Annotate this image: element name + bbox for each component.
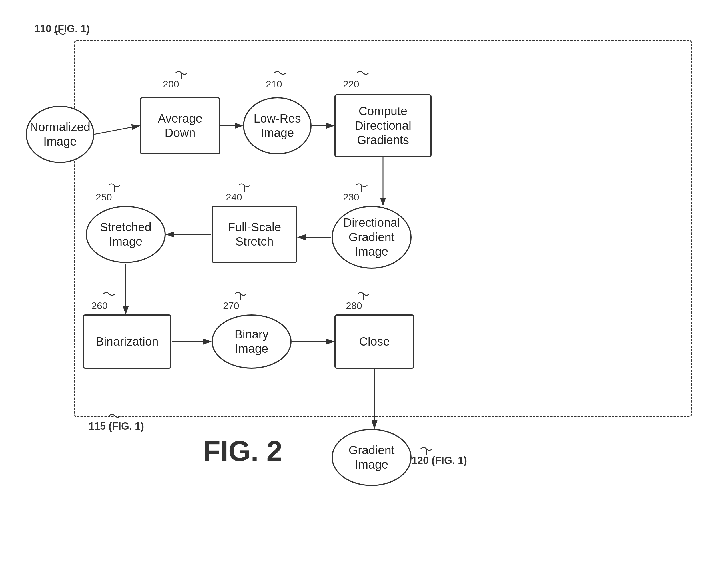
node-gradient-image-label: GradientImage <box>348 443 394 472</box>
node-directional-gradient-image: DirectionalGradientImage <box>332 206 412 269</box>
ref-115: 115 (FIG. 1) <box>89 420 144 432</box>
node-compute-directional-gradients: ComputeDirectionalGradients <box>334 94 432 157</box>
node-directional-gradient-image-label: DirectionalGradientImage <box>343 216 400 259</box>
fig-label: FIG. 2 <box>203 435 282 467</box>
ref-280: 280 <box>346 300 362 311</box>
node-binary-image-label: BinaryImage <box>234 327 268 356</box>
node-full-scale-stretch-label: Full-ScaleStretch <box>228 220 281 249</box>
ref-250: 250 <box>96 192 112 203</box>
ref-220: 220 <box>343 79 359 90</box>
ref-260: 260 <box>91 300 108 311</box>
node-stretched-image-label: StretchedImage <box>100 220 151 249</box>
ref-240: 240 <box>226 192 242 203</box>
node-average-down-label: AverageDown <box>158 111 202 140</box>
diagram-container: 110 (FIG. 1) 115 (FIG. 1) FIG. 2 120 (FI… <box>17 17 709 503</box>
node-low-res-image: Low-ResImage <box>243 97 312 154</box>
node-low-res-image-label: Low-ResImage <box>254 111 301 140</box>
ref-120: 120 (FIG. 1) <box>412 455 467 467</box>
node-average-down: AverageDown <box>140 97 220 154</box>
node-compute-directional-gradients-label: ComputeDirectionalGradients <box>355 104 411 147</box>
node-gradient-image: GradientImage <box>332 429 412 486</box>
node-normalized-image-label: NormalizedImage <box>30 120 90 149</box>
node-close: Close <box>334 314 414 369</box>
node-normalized-image: NormalizedImage <box>26 106 94 163</box>
ref-200: 200 <box>163 79 179 90</box>
node-close-label: Close <box>359 334 390 349</box>
ref-230: 230 <box>343 192 359 203</box>
node-binarization: Binarization <box>83 314 171 369</box>
ref-270: 270 <box>223 300 239 311</box>
node-full-scale-stretch: Full-ScaleStretch <box>212 206 297 263</box>
node-stretched-image: StretchedImage <box>86 206 166 263</box>
ref-110: 110 (FIG. 1) <box>34 23 90 35</box>
node-binarization-label: Binarization <box>96 334 158 349</box>
node-binary-image: BinaryImage <box>212 314 292 369</box>
ref-210: 210 <box>266 79 282 90</box>
